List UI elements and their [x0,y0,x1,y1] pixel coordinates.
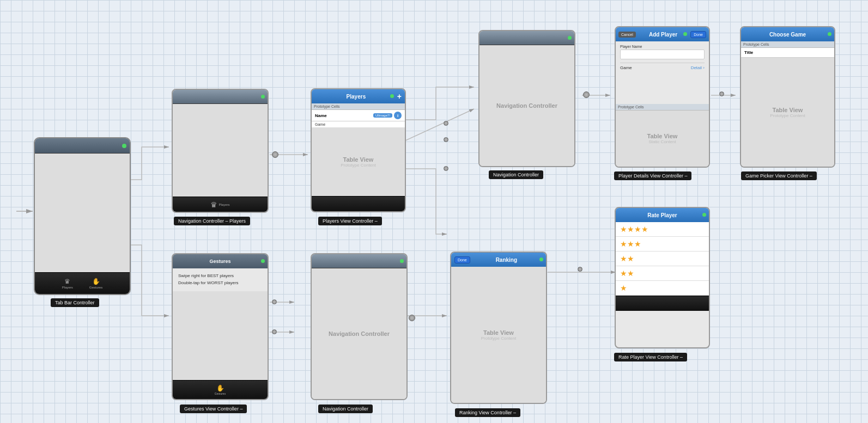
name-cell[interactable]: Name Ullmage?! i [312,110,405,121]
conn-dot-8 [409,315,415,321]
tab-bar-body [35,154,130,272]
crown-icon: ♛ [64,278,70,285]
cancel-btn[interactable]: Cancel [618,32,636,38]
conn-dot-7 [578,267,582,272]
ranking-table-body: Table View Prototype Content [451,267,546,403]
green-dot-nav-p [261,95,265,99]
conn-dot-5 [583,91,590,98]
cg-proto-label: Prototype Cells [741,41,834,48]
green-dot-g [261,259,265,263]
star-4: ★ [641,225,648,234]
star-2: ★ [627,225,634,234]
star-1: ★ [620,240,627,248]
green-dot-rp [702,213,706,217]
star-row-3[interactable]: ★ ★ ★ [616,237,709,252]
add-player-controller: Cancel Add Player Done Player Name Game … [615,26,710,168]
players-view-label: Players View Controller – [318,217,382,225]
star-1: ★ [620,225,627,234]
hand-icon: ✋ [92,278,100,285]
tab-icon-gestures[interactable]: ✋ Gestures [89,278,102,289]
green-dot-pv [390,94,394,98]
choose-game-controller: Choose Game Prototype Cells Title Table … [740,26,835,168]
nav-upper-header [479,31,574,45]
nav-players-body [173,104,268,197]
ranking-header: Done Ranking [451,253,546,267]
cg-table-body: Table View Prototype Content [741,58,834,167]
add-player-label: Player Details View Controller – [614,171,691,180]
conn-dot-4 [444,166,448,171]
nav-players-footer: ♛ Players [173,197,268,212]
star-1: ★ [620,269,627,278]
star-row-4[interactable]: ★ ★ ★ ★ [616,222,709,237]
star-2: ★ [627,269,634,278]
ullmage-badge: Ullmage?! [373,113,392,118]
rate-player-footer [616,296,709,311]
rank-done-btn[interactable]: Done [454,256,470,263]
ap-proto-label: Prototype Cells [616,104,709,111]
green-dot-nl [400,259,404,263]
green-dot-tab [122,144,126,148]
conn-dot-3 [444,137,448,142]
nav-players-label: Navigation Controller – Players [174,217,250,225]
players-footer-label: Players [218,203,229,206]
players-view-footer [312,196,405,211]
green-dot-ap [683,32,687,36]
gestures-view-controller: Gestures Swipe right for BEST players Do… [172,253,269,400]
players-table-body: Table View Prototype Content [312,128,405,196]
nav-lower-header [312,254,406,268]
conn-dot-2 [444,121,448,126]
choose-game-label: Game Picker View Controller – [741,171,817,180]
tab-bar-label: Tab Bar Controller [51,298,99,307]
gestures-label: Gestures View Controller – [180,404,247,413]
conn-dot-10 [272,329,277,334]
add-player-btn[interactable]: + [397,92,402,101]
player-name-input[interactable] [620,50,705,59]
star-2: ★ [627,254,634,263]
star-row-2a[interactable]: ★ ★ [616,252,709,266]
nav-upper-label: Navigation Controller [489,170,543,179]
rate-player-label: Rate Player View Controller – [614,353,687,361]
green-dot-cg [828,32,831,36]
players-view-controller: Players + Prototype Cells Name Ullmage?!… [311,88,406,212]
game-row[interactable]: Game Detail › [620,63,705,72]
crown-icon-2: ♛ [210,200,217,209]
conn-dot-6 [719,91,724,96]
star-2: ★ [627,240,634,248]
cg-title-col: Title [741,48,834,58]
star-row-2b[interactable]: ★ ★ [616,266,709,281]
tab-bar-controller: ♛ Players ✋ Gestures [34,137,131,295]
star-row-1[interactable]: ★ [616,281,709,296]
add-player-header: Cancel Add Player Done [616,27,709,41]
nav-upper-body: Navigation Controller [479,45,574,166]
nav-lower-label: Navigation Controller [318,404,373,413]
game-cell: Game [312,121,405,128]
proto-cells-label: Prototype Cells [312,103,405,110]
star-1: ★ [620,284,627,292]
nav-controller-players: ♛ Players [172,89,269,213]
nav-lower-body: Navigation Controller [312,268,406,399]
tab-bar-header [35,138,130,154]
gestures-footer: ✋ Gestures [173,380,268,399]
tab-bar-footer: ♛ Players ✋ Gestures [35,272,130,294]
ranking-label: Ranking View Controller – [455,408,520,417]
rate-player-controller: Rate Player ★ ★ ★ ★ ★ ★ ★ ★ ★ ★ ★ ★ [615,207,710,348]
rate-player-header: Rate Player [616,208,709,222]
star-3: ★ [634,240,641,248]
players-view-header: Players + [312,89,405,103]
info-btn[interactable]: i [394,112,402,119]
gestures-header: Gestures [173,254,268,268]
star-1: ★ [620,254,627,263]
conn-dot-1 [272,151,278,158]
done-btn[interactable]: Done [690,31,706,38]
choose-game-header: Choose Game [741,27,834,41]
green-dot-r [539,258,543,261]
add-player-body: Player Name Game Detail › [616,41,709,104]
tab-icon-players[interactable]: ♛ Players [62,278,73,289]
conn-dot-9 [272,299,277,304]
detail-link[interactable]: Detail › [691,65,705,70]
nav-controller-upper: Navigation Controller [478,30,575,167]
gestures-body: Swipe right for BEST players Double-tap … [173,268,268,291]
star-3: ★ [634,225,641,234]
nav-players-header [173,90,268,104]
nav-controller-lower: Navigation Controller [311,253,408,400]
